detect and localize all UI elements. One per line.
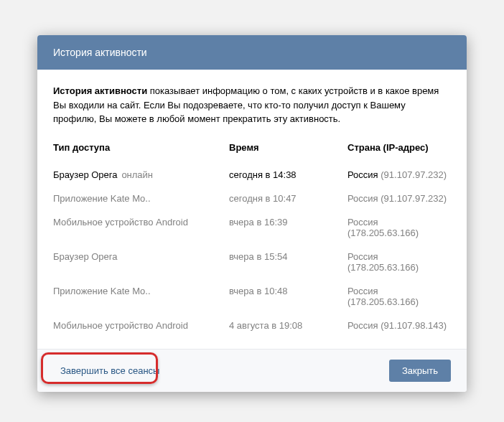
modal-header: История активности xyxy=(37,35,467,70)
session-type: Браузер Operaонлайн xyxy=(53,169,229,180)
activity-description: История активности показывает информацию… xyxy=(53,84,451,126)
modal-body: История активности показывает информацию… xyxy=(37,70,467,349)
session-type-text: Приложение Kate Mo.. xyxy=(53,286,151,296)
close-button[interactable]: Закрыть xyxy=(389,360,451,382)
session-time: вчера в 15:54 xyxy=(229,251,347,273)
activity-history-modal: История активности История активности по… xyxy=(37,35,467,392)
session-country: Россия (178.205.63.166) xyxy=(347,251,451,273)
session-type: Мобильное устройство Android xyxy=(53,217,229,238)
session-country: Россия (91.107.98.143) xyxy=(347,320,451,331)
session-ip: (178.205.63.166) xyxy=(347,228,419,238)
session-country: Россия (178.205.63.166) xyxy=(347,286,451,307)
session-type-text: Приложение Kate Mo.. xyxy=(53,193,151,204)
col-header-time: Время xyxy=(229,142,347,153)
session-country: Россия (178.205.63.166) xyxy=(347,217,451,238)
session-ip: (91.107.97.232) xyxy=(381,169,447,180)
table-header: Тип доступа Время Страна (IP-адрес) xyxy=(53,142,451,163)
session-time: сегодня в 10:47 xyxy=(229,193,347,204)
modal-title: История активности xyxy=(53,47,147,58)
sessions-table: Тип доступа Время Страна (IP-адрес) Брау… xyxy=(53,142,451,337)
session-country-name: Россия xyxy=(347,169,378,180)
session-type: Приложение Kate Mo.. xyxy=(53,193,229,204)
session-type-text: Мобильное устройство Android xyxy=(53,217,188,228)
session-country-name: Россия xyxy=(347,193,378,204)
col-header-type: Тип доступа xyxy=(53,142,229,153)
session-ip: (91.107.98.143) xyxy=(381,320,447,331)
session-ip: (178.205.63.166) xyxy=(347,296,419,307)
table-row: Мобильное устройство Androidвчера в 16:3… xyxy=(53,210,451,245)
session-type: Мобильное устройство Android xyxy=(53,320,229,331)
session-country-name: Россия xyxy=(347,320,378,331)
session-type: Браузер Opera xyxy=(53,251,229,273)
col-header-country: Страна (IP-адрес) xyxy=(347,142,451,153)
modal-footer: Завершить все сеансы Закрыть xyxy=(37,349,467,392)
session-country-name: Россия xyxy=(347,251,378,262)
table-row: Мобильное устройство Android4 августа в … xyxy=(53,314,451,337)
table-row: Браузер Operaонлайнсегодня в 14:38Россия… xyxy=(53,163,451,187)
end-all-sessions-button[interactable]: Завершить все сеансы xyxy=(53,361,167,380)
table-row: Приложение Kate Mo..сегодня в 10:47Росси… xyxy=(53,187,451,210)
online-badge: онлайн xyxy=(121,169,153,180)
session-time: сегодня в 14:38 xyxy=(229,169,347,180)
session-type-text: Мобильное устройство Android xyxy=(53,320,188,331)
table-row: Приложение Kate Mo..вчера в 10:48Россия … xyxy=(53,279,451,314)
description-bold: История активности xyxy=(53,85,147,96)
session-ip: (178.205.63.166) xyxy=(347,262,419,273)
session-country: Россия (91.107.97.232) xyxy=(347,169,451,180)
session-type-text: Браузер Opera xyxy=(53,251,117,262)
session-type-text: Браузер Opera xyxy=(53,169,117,180)
session-country: Россия (91.107.97.232) xyxy=(347,193,451,204)
session-ip: (91.107.97.232) xyxy=(381,193,447,204)
session-time: 4 августа в 19:08 xyxy=(229,320,347,331)
session-time: вчера в 16:39 xyxy=(229,217,347,238)
session-type: Приложение Kate Mo.. xyxy=(53,286,229,307)
session-time: вчера в 10:48 xyxy=(229,286,347,307)
session-country-name: Россия xyxy=(347,217,378,228)
session-country-name: Россия xyxy=(347,286,378,296)
table-row: Браузер Operaвчера в 15:54Россия (178.20… xyxy=(53,245,451,279)
